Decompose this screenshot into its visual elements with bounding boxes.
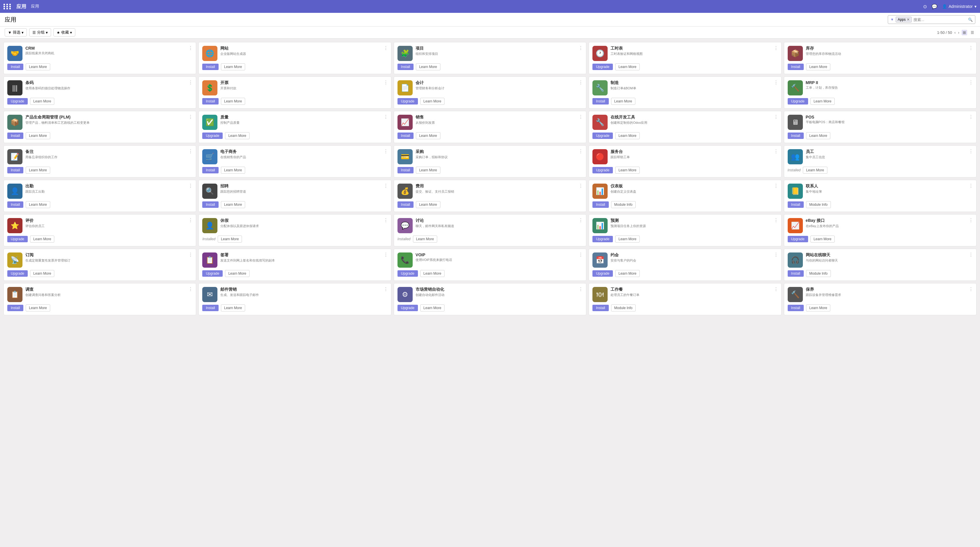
install-button[interactable]: Install [7, 201, 23, 208]
learn-more-button[interactable]: Learn More [30, 270, 54, 277]
more-icon[interactable]: ⋮ [969, 183, 973, 189]
learn-more-button[interactable]: Learn More [26, 64, 50, 70]
learn-more-button[interactable]: Learn More [806, 304, 830, 312]
learn-more-button[interactable]: Learn More [30, 98, 54, 105]
install-button[interactable]: Install [398, 201, 414, 208]
upgrade-button[interactable]: Upgrade [202, 132, 223, 139]
learn-more-button[interactable]: Learn More [611, 98, 635, 105]
upgrade-button[interactable]: Upgrade [7, 236, 28, 242]
next-icon[interactable]: › [958, 30, 959, 35]
more-icon[interactable]: ⋮ [383, 80, 388, 85]
upgrade-button[interactable]: Upgrade [7, 270, 28, 277]
learn-more-button[interactable]: Learn More [810, 235, 835, 243]
search-input[interactable] [913, 17, 965, 22]
learn-more-button[interactable]: Learn More [413, 235, 437, 243]
learn-more-button[interactable]: Learn More [26, 167, 50, 174]
more-icon[interactable]: ⋮ [774, 45, 778, 51]
learn-more-button[interactable]: Learn More [30, 235, 54, 243]
install-button[interactable]: Install [788, 305, 804, 311]
install-button[interactable]: Install [788, 201, 804, 208]
more-icon[interactable]: ⋮ [188, 183, 193, 189]
more-icon[interactable]: ⋮ [188, 114, 193, 120]
learn-more-button[interactable]: Learn More [420, 98, 444, 105]
more-icon[interactable]: ⋮ [578, 286, 583, 292]
more-icon[interactable]: ⋮ [969, 80, 973, 85]
learn-more-button[interactable]: Learn More [806, 64, 830, 70]
more-icon[interactable]: ⋮ [774, 149, 778, 154]
search-tag-close-icon[interactable]: ✕ [907, 17, 910, 22]
module-info-button[interactable]: Module Info [611, 201, 636, 208]
more-icon[interactable]: ⋮ [383, 286, 388, 292]
chat-icon[interactable]: 💬 [932, 4, 937, 10]
learn-more-button[interactable]: Learn More [615, 132, 640, 139]
more-icon[interactable]: ⋮ [578, 183, 583, 189]
learn-more-button[interactable]: Learn More [26, 304, 50, 312]
learn-more-button[interactable]: Learn More [615, 270, 640, 277]
learn-more-button[interactable]: Learn More [221, 304, 245, 312]
upgrade-button[interactable]: Upgrade [788, 98, 808, 105]
more-icon[interactable]: ⋮ [969, 218, 973, 223]
more-icon[interactable]: ⋮ [578, 149, 583, 154]
more-icon[interactable]: ⋮ [188, 286, 193, 292]
more-icon[interactable]: ⋮ [188, 80, 193, 85]
install-button[interactable]: Install [202, 201, 218, 208]
install-button[interactable]: Install [592, 305, 608, 311]
more-icon[interactable]: ⋮ [383, 252, 388, 258]
upgrade-button[interactable]: Upgrade [202, 270, 223, 277]
upgrade-button[interactable]: Upgrade [398, 270, 418, 277]
upgrade-button[interactable]: Upgrade [592, 167, 613, 173]
learn-more-button[interactable]: Learn More [221, 98, 245, 105]
grid-view-button[interactable]: ⊞ [962, 30, 967, 35]
more-icon[interactable]: ⋮ [969, 114, 973, 120]
search-submit-icon[interactable]: 🔍 [968, 17, 973, 22]
more-icon[interactable]: ⋮ [578, 45, 583, 51]
learn-more-button[interactable]: Learn More [221, 64, 245, 70]
install-button[interactable]: Install [7, 132, 23, 139]
install-button[interactable]: Install [398, 64, 414, 70]
upgrade-button[interactable]: Upgrade [592, 132, 613, 139]
more-icon[interactable]: ⋮ [188, 218, 193, 223]
more-icon[interactable]: ⋮ [578, 80, 583, 85]
collect-button[interactable]: ★ 收藏 ▾ [53, 28, 75, 37]
nav-menu[interactable]: 应用 [31, 4, 39, 9]
more-icon[interactable]: ⋮ [969, 149, 973, 154]
module-info-button[interactable]: Module Info [806, 201, 831, 208]
install-button[interactable]: Install [202, 305, 218, 311]
more-icon[interactable]: ⋮ [383, 183, 388, 189]
install-button[interactable]: Install [202, 167, 218, 173]
learn-more-button[interactable]: Learn More [225, 270, 249, 277]
list-view-button[interactable]: ☰ [969, 30, 975, 35]
learn-more-button[interactable]: Learn More [218, 235, 242, 243]
upgrade-button[interactable]: Upgrade [592, 270, 613, 277]
learn-more-button[interactable]: Learn More [615, 64, 640, 70]
learn-more-button[interactable]: Learn More [26, 201, 50, 208]
upgrade-button[interactable]: Upgrade [398, 305, 418, 311]
more-icon[interactable]: ⋮ [774, 286, 778, 292]
more-icon[interactable]: ⋮ [188, 45, 193, 51]
more-icon[interactable]: ⋮ [774, 218, 778, 223]
install-button[interactable]: Install [202, 64, 218, 70]
more-icon[interactable]: ⋮ [969, 252, 973, 258]
install-button[interactable]: Install [398, 167, 414, 173]
more-icon[interactable]: ⋮ [383, 114, 388, 120]
upgrade-button[interactable]: Upgrade [788, 236, 808, 242]
more-icon[interactable]: ⋮ [578, 114, 583, 120]
install-button[interactable]: Install [202, 98, 218, 105]
learn-more-button[interactable]: Learn More [615, 167, 640, 174]
learn-more-button[interactable]: Learn More [26, 132, 50, 139]
install-button[interactable]: Install [592, 201, 608, 208]
module-info-button[interactable]: Module Info [806, 270, 831, 277]
learn-more-button[interactable]: Learn More [416, 201, 440, 208]
install-button[interactable]: Install [788, 270, 804, 277]
help-icon[interactable]: ⊙ [923, 4, 927, 10]
more-icon[interactable]: ⋮ [383, 149, 388, 154]
install-button[interactable]: Install [398, 132, 414, 139]
more-icon[interactable]: ⋮ [188, 149, 193, 154]
install-button[interactable]: Install [788, 132, 804, 139]
learn-more-button[interactable]: Learn More [416, 64, 440, 70]
prev-icon[interactable]: ‹ [954, 30, 956, 35]
upgrade-button[interactable]: Upgrade [7, 98, 28, 105]
more-icon[interactable]: ⋮ [969, 286, 973, 292]
filter-button[interactable]: ▼ 筛选 ▾ [5, 28, 27, 37]
more-icon[interactable]: ⋮ [774, 252, 778, 258]
